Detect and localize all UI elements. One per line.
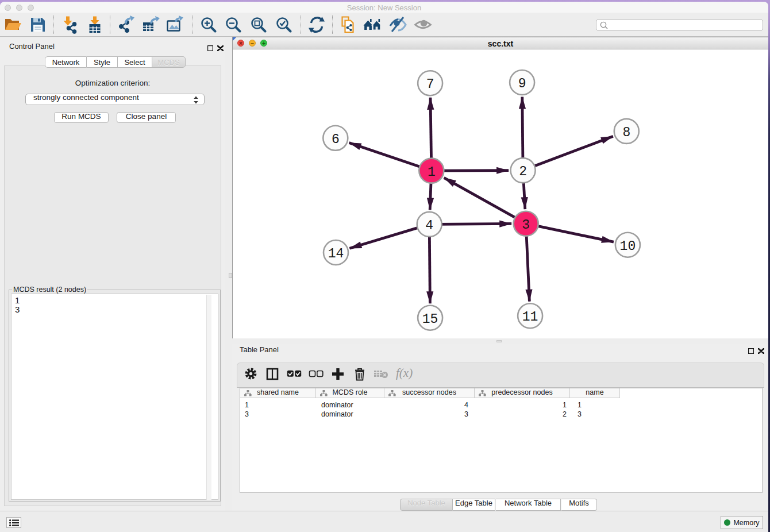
svg-text:1: 1 (428, 165, 436, 180)
svg-text:2: 2 (519, 164, 527, 179)
svg-text:15: 15 (422, 312, 438, 327)
svg-text:11: 11 (522, 310, 538, 325)
svg-text:8: 8 (622, 125, 630, 140)
svg-text:10: 10 (620, 239, 636, 254)
svg-text:7: 7 (426, 77, 434, 92)
svg-text:4: 4 (425, 218, 433, 233)
svg-text:9: 9 (518, 76, 526, 91)
svg-text:3: 3 (522, 218, 530, 233)
svg-text:14: 14 (328, 246, 344, 261)
svg-text:6: 6 (332, 132, 340, 147)
